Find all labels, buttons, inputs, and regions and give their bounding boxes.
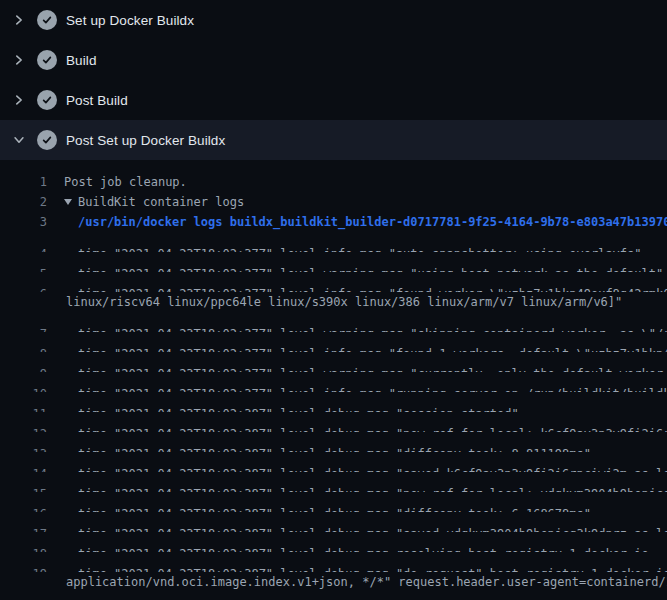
- chevron-right-icon: [12, 93, 26, 107]
- log-line-text: time="2021-04-23T18:02:38Z" level=debug …: [47, 464, 667, 472]
- log-line-number[interactable]: 16: [0, 504, 47, 512]
- chevron-down-icon: [12, 133, 26, 147]
- log-line-text: time="2021-04-23T18:02:38Z" level=debug …: [47, 444, 591, 452]
- step-label: Post Set up Docker Buildx: [66, 133, 225, 148]
- log-line: 19time="2021-04-23T18:02:38Z" level=debu…: [0, 552, 667, 572]
- log-line: 18time="2021-04-23T18:02:38Z" level=debu…: [0, 532, 667, 552]
- log-line: 12time="2021-04-23T18:02:38Z" level=debu…: [0, 412, 667, 432]
- log-line-number[interactable]: 11: [0, 404, 47, 412]
- log-line-text: BuildKit container logs: [47, 192, 244, 212]
- log-line-number: [0, 572, 47, 592]
- log-line-number[interactable]: 6: [0, 284, 47, 292]
- log-line-text: time="2021-04-23T18:02:37Z" level=warnin…: [47, 324, 667, 332]
- log-line: application/vnd.oci.image.index.v1+json,…: [0, 572, 667, 592]
- log-line: 10time="2021-04-23T18:02:37Z" level=info…: [0, 372, 667, 392]
- log-line-number: [0, 292, 47, 312]
- log-line-number[interactable]: 7: [0, 324, 47, 332]
- log-line: 8time="2021-04-23T18:02:37Z" level=info …: [0, 332, 667, 352]
- log-line-number[interactable]: 1: [0, 172, 47, 192]
- step-header-build[interactable]: Build: [0, 40, 667, 80]
- log-line: 2BuildKit container logs: [0, 192, 667, 212]
- log-line: 16time="2021-04-23T18:02:38Z" level=debu…: [0, 492, 667, 512]
- log-line-number[interactable]: 15: [0, 484, 47, 492]
- log-line: 11time="2021-04-23T18:02:38Z" level=debu…: [0, 392, 667, 412]
- log-line: 5time="2021-04-23T18:02:37Z" level=warni…: [0, 252, 667, 272]
- actions-log-viewer: Set up Docker Buildx Build Post Build: [0, 0, 667, 600]
- log-line: 4time="2021-04-23T18:02:37Z" level=info …: [0, 232, 667, 252]
- log-line: 6time="2021-04-23T18:02:37Z" level=info …: [0, 272, 667, 292]
- log-line-number[interactable]: 17: [0, 524, 47, 532]
- log-line-text: time="2021-04-23T18:02:37Z" level=info m…: [47, 284, 667, 292]
- log-line: 15time="2021-04-23T18:02:38Z" level=debu…: [0, 472, 667, 492]
- log-line-number[interactable]: 9: [0, 364, 47, 372]
- check-circle-icon: [37, 10, 57, 30]
- log-line-number[interactable]: 10: [0, 384, 47, 392]
- log-line-text: time="2021-04-23T18:02:38Z" level=debug …: [47, 424, 667, 432]
- log-line-text: time="2021-04-23T18:02:37Z" level=info m…: [47, 384, 667, 392]
- check-circle-icon: [37, 50, 57, 70]
- log-line: 7time="2021-04-23T18:02:37Z" level=warni…: [0, 312, 667, 332]
- log-line-text: time="2021-04-23T18:02:37Z" level=info m…: [47, 244, 642, 252]
- log-line-text: time="2021-04-23T18:02:38Z" level=debug …: [47, 504, 591, 512]
- log-line-text: time="2021-04-23T18:02:38Z" level=debug …: [47, 484, 667, 492]
- log-line: 9time="2021-04-23T18:02:37Z" level=warni…: [0, 352, 667, 372]
- log-line: linux/riscv64 linux/ppc64le linux/s390x …: [0, 292, 667, 312]
- log-line-number[interactable]: 4: [0, 244, 47, 252]
- log-line: 14time="2021-04-23T18:02:38Z" level=debu…: [0, 452, 667, 472]
- log-line-text: time="2021-04-23T18:02:37Z" level=warnin…: [47, 364, 667, 372]
- log-line-text: Post job cleanup.: [47, 172, 187, 192]
- log-line-number[interactable]: 18: [0, 544, 47, 552]
- log-line-text: linux/riscv64 linux/ppc64le linux/s390x …: [47, 292, 622, 312]
- step-header-post-set-up-docker-buildx[interactable]: Post Set up Docker Buildx: [0, 120, 667, 160]
- log-line: 17time="2021-04-23T18:02:38Z" level=debu…: [0, 512, 667, 532]
- step-label: Post Build: [66, 93, 128, 108]
- log-line: 20time="2021-04-23T18:02:38Z" level=debu…: [0, 592, 667, 600]
- log-line: 1Post job cleanup.: [0, 172, 667, 192]
- step-header-set-up-docker-buildx[interactable]: Set up Docker Buildx: [0, 0, 667, 40]
- log-line-text: time="2021-04-23T18:02:37Z" level=info m…: [47, 344, 667, 352]
- log-line-text: time="2021-04-23T18:02:38Z" level=debug …: [47, 564, 667, 572]
- log-line-number[interactable]: 13: [0, 444, 47, 452]
- log-line-text: application/vnd.oci.image.index.v1+json,…: [47, 572, 667, 592]
- step-label: Build: [66, 53, 97, 68]
- chevron-right-icon: [12, 53, 26, 67]
- log-line-text: time="2021-04-23T18:02:38Z" level=debug …: [47, 544, 649, 552]
- log-line-number[interactable]: 14: [0, 464, 47, 472]
- check-circle-icon: [37, 130, 57, 150]
- log-line-text: time="2021-04-23T18:02:38Z" level=debug …: [47, 524, 667, 532]
- group-expanded-triangle-icon[interactable]: [64, 199, 72, 205]
- log-line-number[interactable]: 8: [0, 344, 47, 352]
- log-line-text: time="2021-04-23T18:02:37Z" level=warnin…: [47, 264, 663, 272]
- step-list: Set up Docker Buildx Build Post Build: [0, 0, 667, 160]
- log-line-number[interactable]: 12: [0, 424, 47, 432]
- chevron-right-icon: [12, 13, 26, 27]
- step-label: Set up Docker Buildx: [66, 13, 194, 28]
- log-line-number[interactable]: 3: [0, 212, 47, 232]
- log-line: 13time="2021-04-23T18:02:38Z" level=debu…: [0, 432, 667, 452]
- check-circle-icon: [37, 90, 57, 110]
- log-line-number[interactable]: 2: [0, 192, 47, 212]
- step-header-post-build[interactable]: Post Build: [0, 80, 667, 120]
- log-line-number[interactable]: 5: [0, 264, 47, 272]
- log-area: 1Post job cleanup.2BuildKit container lo…: [0, 160, 667, 600]
- log-line-text: time="2021-04-23T18:02:38Z" level=debug …: [47, 404, 519, 412]
- log-command-text: /usr/bin/docker logs buildx_buildkit_bui…: [47, 212, 667, 232]
- log-line-number[interactable]: 19: [0, 564, 47, 572]
- log-line: 3/usr/bin/docker logs buildx_buildkit_bu…: [0, 212, 667, 232]
